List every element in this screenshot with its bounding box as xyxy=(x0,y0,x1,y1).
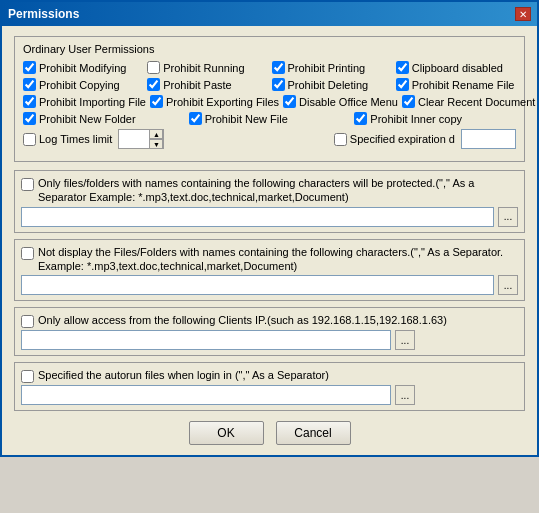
prohibit-copying-checkbox[interactable] xyxy=(23,78,36,91)
ok-button[interactable]: OK xyxy=(189,421,264,445)
section1-input-row: ... xyxy=(21,207,518,227)
prohibit-rename-file-checkbox[interactable] xyxy=(396,78,409,91)
section1-input[interactable] xyxy=(21,207,494,227)
section2-input[interactable] xyxy=(21,275,494,295)
section2-checkbox[interactable] xyxy=(21,247,34,260)
checkbox-row-prohibit-running: Prohibit Running xyxy=(147,61,267,74)
section4-input-row: ... xyxy=(21,385,518,405)
permissions-row-4: Prohibit New FolderProhibit New FileProh… xyxy=(23,112,516,125)
clear-recent-document-label[interactable]: Clear Recent Document xyxy=(418,96,535,108)
prohibit-rename-file-label[interactable]: Prohibit Rename File xyxy=(412,79,515,91)
section-autorun: Specified the autorun files when login i… xyxy=(14,362,525,411)
prohibit-copying-label[interactable]: Prohibit Copying xyxy=(39,79,120,91)
permissions-dialog: Permissions ✕ Ordinary User Permissions … xyxy=(0,0,539,457)
checkbox-row-prohibit-copying: Prohibit Copying xyxy=(23,78,143,91)
prohibit-new-folder-checkbox[interactable] xyxy=(23,112,36,125)
permissions-group: Ordinary User Permissions Prohibit Modif… xyxy=(14,36,525,162)
section3-row: Only allow access from the following Cli… xyxy=(21,313,518,328)
prohibit-deleting-label[interactable]: Prohibit Deleting xyxy=(288,79,369,91)
spinbox-up[interactable]: ▲ xyxy=(149,129,163,139)
expiry-label[interactable]: Specified expiration d xyxy=(350,133,455,145)
checkbox-row-disable-office-menu: Disable Office Menu xyxy=(283,95,398,108)
dialog-content: Ordinary User Permissions Prohibit Modif… xyxy=(2,26,537,455)
checkbox-row-prohibit-printing: Prohibit Printing xyxy=(272,61,392,74)
prohibit-printing-label[interactable]: Prohibit Printing xyxy=(288,62,366,74)
section4-label: Specified the autorun files when login i… xyxy=(38,368,329,382)
dialog-buttons: OK Cancel xyxy=(14,421,525,445)
disable-office-menu-label[interactable]: Disable Office Menu xyxy=(299,96,398,108)
section3-input-row: ... xyxy=(21,330,518,350)
prohibit-new-file-label[interactable]: Prohibit New File xyxy=(205,113,288,125)
window-title: Permissions xyxy=(8,7,79,21)
prohibit-exporting-checkbox[interactable] xyxy=(150,95,163,108)
section3-input[interactable] xyxy=(21,330,391,350)
clipboard-disabled-checkbox[interactable] xyxy=(396,61,409,74)
section3-label: Only allow access from the following Cli… xyxy=(38,313,447,327)
permissions-row-1: Prohibit ModifyingProhibit RunningProhib… xyxy=(23,61,516,74)
section4-row: Specified the autorun files when login i… xyxy=(21,368,518,383)
close-button[interactable]: ✕ xyxy=(515,7,531,21)
expiry-checkbox-row: Specified expiration d xyxy=(334,133,455,146)
section2-input-row: ... xyxy=(21,275,518,295)
prohibit-new-file-checkbox[interactable] xyxy=(189,112,202,125)
log-times-checkbox-row: Log Times limit xyxy=(23,133,112,146)
section2-browse-btn[interactable]: ... xyxy=(498,275,518,295)
section1-browse-btn[interactable]: ... xyxy=(498,207,518,227)
prohibit-running-label[interactable]: Prohibit Running xyxy=(163,62,244,74)
prohibit-printing-checkbox[interactable] xyxy=(272,61,285,74)
section4-checkbox[interactable] xyxy=(21,370,34,383)
prohibit-importing-label[interactable]: Prohibit Importing File xyxy=(39,96,146,108)
checkbox-row-clipboard-disabled: Clipboard disabled xyxy=(396,61,516,74)
checkbox-row-prohibit-new-folder: Prohibit New Folder xyxy=(23,112,185,125)
log-times-value[interactable]: 0 xyxy=(119,130,149,148)
prohibit-new-folder-label[interactable]: Prohibit New Folder xyxy=(39,113,136,125)
prohibit-paste-label[interactable]: Prohibit Paste xyxy=(163,79,231,91)
prohibit-inner-copy-checkbox[interactable] xyxy=(354,112,367,125)
section4-input[interactable] xyxy=(21,385,391,405)
log-times-label[interactable]: Log Times limit xyxy=(39,133,112,145)
disable-office-menu-checkbox[interactable] xyxy=(283,95,296,108)
log-expiry-row: Log Times limit 0 ▲ ▼ Specified expirati… xyxy=(23,129,516,149)
spinbox-down[interactable]: ▼ xyxy=(149,139,163,149)
section-client-ip: Only allow access from the following Cli… xyxy=(14,307,525,356)
clipboard-disabled-label[interactable]: Clipboard disabled xyxy=(412,62,503,74)
section3-checkbox[interactable] xyxy=(21,315,34,328)
section1-row: Only files/folders with names containing… xyxy=(21,176,518,205)
group-title: Ordinary User Permissions xyxy=(23,43,516,55)
permissions-row-2: Prohibit CopyingProhibit PasteProhibit D… xyxy=(23,78,516,91)
expiry-checkbox[interactable] xyxy=(334,133,347,146)
checkbox-row-prohibit-importing: Prohibit Importing File xyxy=(23,95,146,108)
expiry-value[interactable]: 00 xyxy=(461,129,516,149)
checkbox-row-prohibit-inner-copy: Prohibit Inner copy xyxy=(354,112,516,125)
log-times-checkbox[interactable] xyxy=(23,133,36,146)
spinbox-arrows: ▲ ▼ xyxy=(149,129,163,149)
checkbox-row-clear-recent-document: Clear Recent Document xyxy=(402,95,535,108)
prohibit-paste-checkbox[interactable] xyxy=(147,78,160,91)
prohibit-modifying-label[interactable]: Prohibit Modifying xyxy=(39,62,126,74)
section2-label: Not display the Files/Folders with names… xyxy=(38,245,518,274)
checkbox-row-prohibit-paste: Prohibit Paste xyxy=(147,78,267,91)
section1-checkbox[interactable] xyxy=(21,178,34,191)
section3-browse-btn[interactable]: ... xyxy=(395,330,415,350)
checkbox-row-prohibit-deleting: Prohibit Deleting xyxy=(272,78,392,91)
prohibit-deleting-checkbox[interactable] xyxy=(272,78,285,91)
section1-label: Only files/folders with names containing… xyxy=(38,176,518,205)
prohibit-inner-copy-label[interactable]: Prohibit Inner copy xyxy=(370,113,462,125)
clear-recent-document-checkbox[interactable] xyxy=(402,95,415,108)
checkbox-row-prohibit-new-file: Prohibit New File xyxy=(189,112,351,125)
prohibit-running-checkbox[interactable] xyxy=(147,61,160,74)
prohibit-modifying-checkbox[interactable] xyxy=(23,61,36,74)
section2-row: Not display the Files/Folders with names… xyxy=(21,245,518,274)
section-hide-files: Not display the Files/Folders with names… xyxy=(14,239,525,302)
checkbox-row-prohibit-modifying: Prohibit Modifying xyxy=(23,61,143,74)
permissions-row-3: Prohibit Importing FileProhibit Exportin… xyxy=(23,95,516,108)
section4-browse-btn[interactable]: ... xyxy=(395,385,415,405)
prohibit-exporting-label[interactable]: Prohibit Exporting Files xyxy=(166,96,279,108)
checkbox-row-prohibit-exporting: Prohibit Exporting Files xyxy=(150,95,279,108)
title-bar: Permissions ✕ xyxy=(2,2,537,26)
prohibit-importing-checkbox[interactable] xyxy=(23,95,36,108)
cancel-button[interactable]: Cancel xyxy=(276,421,351,445)
section-protect-files: Only files/folders with names containing… xyxy=(14,170,525,233)
checkbox-row-prohibit-rename-file: Prohibit Rename File xyxy=(396,78,516,91)
log-times-spinbox: 0 ▲ ▼ xyxy=(118,129,164,149)
